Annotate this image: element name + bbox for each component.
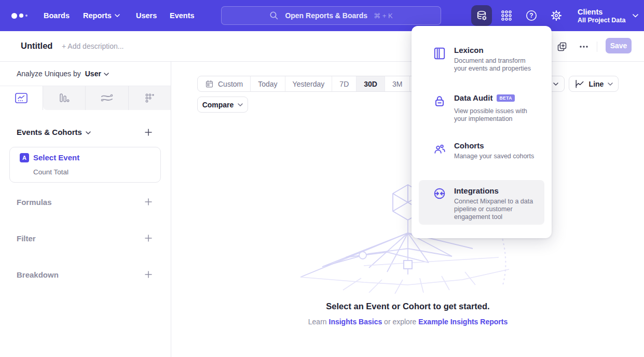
integrations-sync-icon: [433, 187, 446, 200]
search-shortcut: ⌘ + K: [374, 12, 393, 20]
add-event-button[interactable]: [144, 128, 153, 137]
project-name: Clients: [578, 7, 625, 17]
add-breakdown-button[interactable]: [144, 270, 153, 279]
menu-item-cohorts[interactable]: Cohorts Manage your saved cohorts: [419, 139, 544, 171]
date-range-3m[interactable]: 3M: [385, 76, 410, 91]
data-audit-icon: [433, 94, 446, 108]
chart-type-label: Line: [589, 80, 604, 88]
chevron-down-icon: [86, 131, 91, 134]
chevron-down-icon: [553, 83, 558, 86]
menu-item-data-audit[interactable]: Data Audit BETA View possible issues wit…: [419, 89, 544, 136]
tab-flows-chart[interactable]: [86, 86, 129, 110]
date-range-label: 7D: [339, 80, 349, 88]
copy-plus-icon: [557, 42, 567, 52]
help-icon: ?: [525, 9, 538, 22]
chevron-down-icon: [608, 83, 613, 86]
report-title[interactable]: Untitled: [21, 41, 52, 51]
breakdown-section-label: Breakdown: [17, 270, 59, 279]
calendar-icon: [205, 79, 214, 88]
date-range-custom[interactable]: Custom: [198, 76, 251, 91]
menu-item-description: View possible issues with your implement…: [454, 107, 538, 123]
date-range-label: 30D: [364, 80, 377, 88]
insights-basics-link[interactable]: Insights Basics: [329, 318, 382, 326]
ellipsis-icon: [579, 42, 589, 52]
svg-text:?: ?: [529, 12, 533, 19]
empty-state-title: Select an Event or Cohort to get started…: [172, 301, 644, 311]
events-cohorts-label: Events & Cohorts: [17, 128, 82, 136]
empty-state-links: Learn Insights Basics or explore Example…: [172, 318, 644, 326]
lexicon-book-icon: [433, 47, 446, 60]
add-to-board-button[interactable]: [556, 40, 568, 53]
add-formula-button[interactable]: [144, 197, 153, 207]
nav-item-label: Boards: [44, 11, 70, 20]
filter-section-label: Filter: [17, 234, 36, 243]
nav-item-boards[interactable]: Boards: [44, 0, 70, 31]
apps-grid-button[interactable]: [496, 5, 517, 26]
settings-gear-icon: [550, 9, 563, 22]
project-selector[interactable]: Clients All Project Data: [578, 5, 638, 26]
events-cohorts-section-header[interactable]: Events & Cohorts: [17, 128, 91, 136]
mixpanel-logo[interactable]: [11, 11, 30, 20]
menu-item-description: Connect Mixpanel to a data pipeline or c…: [454, 198, 538, 221]
formulas-section-label: Formulas: [17, 198, 52, 207]
nav-item-label: Reports: [83, 11, 112, 20]
help-button[interactable]: ?: [521, 5, 542, 26]
chart-type-button[interactable]: Line: [569, 76, 619, 92]
nav-item-reports[interactable]: Reports: [83, 0, 120, 31]
menu-item-integrations-highlighted[interactable]: Integrations Connect Mixpanel to a data …: [419, 180, 544, 225]
add-filter-button[interactable]: [144, 234, 153, 243]
plus-icon: [144, 128, 153, 136]
cohorts-people-icon: [433, 142, 446, 156]
nav-item-label: Users: [136, 11, 157, 20]
nav-item-events[interactable]: Events: [170, 0, 195, 31]
compare-button[interactable]: Compare: [197, 97, 248, 113]
line-chart-tab-icon: [15, 92, 28, 104]
date-range-yesterday[interactable]: Yesterday: [285, 76, 333, 91]
chevron-down-icon[interactable]: [104, 73, 109, 76]
chevron-down-icon: [115, 14, 120, 17]
menu-item-title: Integrations: [454, 186, 499, 195]
analyze-uniques-row: Analyze Uniques by User: [0, 62, 171, 86]
count-total-selector[interactable]: Count Total: [33, 168, 68, 176]
empty-links-middle: or explore: [382, 318, 418, 326]
analyze-value-select[interactable]: User: [85, 70, 101, 78]
date-range-30d-selected[interactable]: 30D: [357, 76, 385, 91]
tab-metrics-chart[interactable]: [129, 86, 171, 110]
example-insights-reports-link[interactable]: Example Insights Reports: [418, 318, 508, 326]
bar-chart-tab-icon: [58, 92, 70, 104]
more-options-button[interactable]: [578, 40, 590, 53]
select-event-button[interactable]: Select Event: [33, 153, 79, 162]
nav-item-label: Events: [170, 11, 195, 20]
menu-item-description: Manage your saved cohorts: [454, 153, 538, 160]
settings-button[interactable]: [546, 5, 567, 26]
menu-item-lexicon[interactable]: Lexicon Document and transform your even…: [419, 42, 544, 86]
line-chart-icon: [574, 79, 585, 89]
date-range-7d[interactable]: 7D: [332, 76, 357, 91]
tab-insights-line-chart[interactable]: [0, 86, 43, 110]
tab-bar-chart[interactable]: [43, 86, 86, 110]
menu-item-title: Cohorts: [454, 141, 484, 150]
menu-item-title: Data Audit: [454, 93, 492, 102]
data-management-button[interactable]: [471, 5, 492, 26]
report-description-placeholder[interactable]: + Add description...: [62, 42, 124, 50]
data-management-dropdown-menu: Lexicon Document and transform your even…: [412, 26, 552, 238]
beta-badge: BETA: [497, 94, 515, 102]
nav-item-users[interactable]: Users: [136, 0, 157, 31]
empty-links-prefix: Learn: [308, 318, 329, 326]
global-search-input[interactable]: Open Reports & Boards ⌘ + K: [221, 6, 441, 25]
plus-icon: [144, 198, 153, 206]
date-range-today[interactable]: Today: [251, 76, 285, 91]
project-scope: All Project Data: [578, 17, 625, 24]
query-builder-sidebar: Analyze Uniques by User: [0, 62, 171, 357]
analyze-label: Analyze Uniques by: [17, 70, 81, 78]
data-management-icon: [475, 9, 488, 22]
save-button[interactable]: Save: [606, 38, 632, 53]
report-canvas: Select an Event or Cohort to get started…: [172, 62, 644, 357]
search-placeholder: Open Reports & Boards: [285, 11, 367, 20]
flows-tab-icon: [100, 92, 114, 104]
plus-icon: [144, 270, 153, 279]
date-range-label: Custom: [218, 80, 243, 88]
metrics-tab-icon: [143, 92, 156, 104]
event-row-card[interactable]: A Select Event Count Total: [9, 147, 161, 183]
apps-grid-icon: [500, 9, 513, 22]
